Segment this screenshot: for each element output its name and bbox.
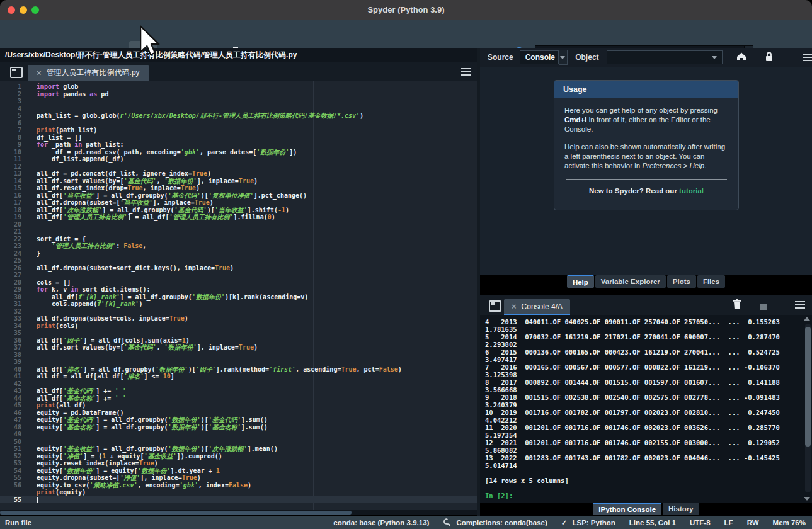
lock-icon[interactable]	[765, 52, 774, 64]
ipython-console[interactable]: 4 2013 040011.OF 040025.OF 090011.OF 257…	[480, 315, 812, 503]
code-line[interactable]: 24}	[0, 250, 477, 258]
console-tab[interactable]: × Console 4/A	[504, 299, 570, 315]
line-number: 55	[0, 474, 29, 482]
code-line[interactable]: 18all_df['次年涨跌幅'] = all_df.groupby('基金代码…	[0, 207, 477, 214]
code-line[interactable]: 49	[0, 431, 477, 438]
code-line[interactable]: 10 _df = pd.read_csv(_path, encoding='gb…	[0, 149, 477, 156]
tab-help[interactable]: Help	[567, 275, 594, 288]
code-line[interactable]: 11 df_list.append(_df)	[0, 156, 477, 163]
code-line[interactable]: 8df_list = []	[0, 134, 477, 142]
code-line[interactable]: 29for k, v in sort_dict.items():	[0, 286, 477, 293]
code-line[interactable]: 30 all_df[f'{k}_rank'] = all_df.groupby(…	[0, 293, 477, 301]
console-scrollbar[interactable]	[805, 324, 811, 492]
tab-plots[interactable]: Plots	[667, 275, 696, 288]
code-line[interactable]: 16all_df['当年收益'] = all_df.groupby('基金代码'…	[0, 192, 477, 200]
code-line[interactable]: 12	[0, 163, 477, 171]
scroll-up-arrow[interactable]	[804, 317, 810, 321]
tab-ipython-console[interactable]: IPython Console	[593, 503, 661, 515]
console-browse-tabs-icon[interactable]	[489, 300, 501, 312]
console-prompt[interactable]: In [2]:	[485, 492, 799, 499]
object-combo-input[interactable]	[607, 50, 723, 64]
lsp-status[interactable]: LSP: Python	[572, 519, 615, 526]
code-line[interactable]: 1import glob	[0, 83, 477, 91]
line-number: 4	[0, 105, 29, 113]
code-line[interactable]: 33all_df.dropna(subset=cols, inplace=Tru…	[0, 315, 477, 322]
code-line[interactable]: print(equity)	[0, 489, 477, 496]
code-line[interactable]: 2import pandas as pd	[0, 91, 477, 98]
code-line[interactable]: 46equity = pd.DataFrame()	[0, 409, 477, 417]
code-line[interactable]: 4	[0, 105, 477, 113]
scroll-down-arrow[interactable]	[804, 497, 810, 501]
code-line[interactable]: 15all_df.reset_index(drop=True, inplace=…	[0, 185, 477, 192]
conda-env-status[interactable]: conda: base (Python 3.9.13)	[333, 519, 429, 526]
code-line[interactable]: 23 '管理人员工持有比例': False,	[0, 242, 477, 250]
code-line[interactable]: 42	[0, 380, 477, 388]
tutorial-link[interactable]: tutorial	[679, 187, 704, 195]
line-number: 29	[0, 286, 29, 293]
code-line[interactable]: 3	[0, 98, 477, 105]
code-line[interactable]: 55	[0, 496, 477, 504]
editor-options-menu-icon[interactable]	[461, 68, 471, 76]
console-line: 5.197354	[485, 431, 799, 439]
code-line[interactable]: 56equity.to_csv('策略净值.csv', encoding='gb…	[0, 482, 477, 489]
completions-status[interactable]: Completions: conda(base)	[456, 519, 547, 526]
code-line[interactable]: 6	[0, 120, 477, 127]
source-combo-caret[interactable]	[559, 50, 568, 65]
code-line[interactable]: 51equity['基金收益'] = all_df.groupby('数据年份'…	[0, 445, 477, 453]
code-line[interactable]: 20	[0, 221, 477, 229]
close-tab-icon[interactable]: ×	[37, 68, 42, 77]
browse-tabs-icon[interactable]	[10, 67, 23, 78]
code-line[interactable]: 53equity.reset_index(inplace=True)	[0, 460, 477, 467]
code-line[interactable]: 7print(path_list)	[0, 127, 477, 134]
code-line[interactable]: 39	[0, 358, 477, 366]
code-line[interactable]: 54equity['数据年份'] = equity['数据年份'].dt.yea…	[0, 467, 477, 475]
code-line[interactable]: 17all_df.dropna(subset=['当年收益'], inplace…	[0, 199, 477, 207]
code-line[interactable]: 31 cols.append(f'{k}_rank')	[0, 300, 477, 308]
code-line[interactable]: 40all_df['排名'] = all_df.groupby('数据年份')[…	[0, 366, 477, 373]
code-line[interactable]: 43all_df['基金代码'] += ' '	[0, 387, 477, 395]
code-line[interactable]: 13all_df = pd.concat(df_list, ignore_ind…	[0, 170, 477, 178]
code-line[interactable]: 14all_df.sort_values(by=['基金代码', '数据年份']…	[0, 178, 477, 185]
console-scroll-thumb[interactable]	[805, 327, 811, 447]
editor-horizontal-scrollbar[interactable]	[0, 510, 477, 515]
code-line[interactable]: 50	[0, 438, 477, 446]
code-line[interactable]: 19all_df['管理人员工持有比例'] = all_df['管理人员工持有比…	[0, 213, 477, 221]
help-options-menu-icon[interactable]	[803, 54, 812, 61]
code-line[interactable]: 37all_df.sort_values(by=['基金代码', '数据年份']…	[0, 344, 477, 351]
code-line[interactable]: 48equity['基金名称'] = all_df.groupby('数据年份'…	[0, 424, 477, 431]
code-line[interactable]: 32	[0, 308, 477, 316]
code-line[interactable]: 5path_list = glob.glob(r'/Users/xbx/Desk…	[0, 112, 477, 120]
line-number: 44	[0, 395, 29, 402]
home-icon[interactable]	[736, 52, 746, 63]
code-line[interactable]: 21	[0, 228, 477, 236]
code-line[interactable]: 36all_df['因子'] = all_df[cols].sum(axis=1…	[0, 337, 477, 344]
code-line[interactable]: 35	[0, 329, 477, 337]
code-line[interactable]: 26all_df.dropna(subset=sort_dict.keys(),…	[0, 264, 477, 272]
code-line[interactable]: 27	[0, 271, 477, 279]
console-close-tab-icon[interactable]: ×	[512, 302, 517, 311]
code-line[interactable]: 47equity['基金代码'] = all_df.groupby('数据年份'…	[0, 416, 477, 424]
code-line[interactable]: 25	[0, 257, 477, 264]
code-line[interactable]: 9for _path in path_list:	[0, 141, 477, 149]
code-line[interactable]: 28cols = []	[0, 279, 477, 287]
code-line[interactable]: 45print(all_df)	[0, 402, 477, 409]
editor-hscroll-thumb[interactable]	[0, 511, 352, 515]
console-options-menu-icon[interactable]	[795, 301, 805, 309]
tab-history[interactable]: History	[663, 503, 699, 515]
code-line[interactable]: 55equity.dropna(subset=['净值'], inplace=T…	[0, 474, 477, 482]
code-line[interactable]: 38	[0, 351, 477, 359]
code-editor[interactable]: 1import glob2import pandas as pd345path_…	[0, 81, 477, 510]
code-line[interactable]: 22sort_dict = {	[0, 236, 477, 243]
console-line: 3.566668	[485, 386, 799, 394]
console-line: 3.497417	[485, 356, 799, 363]
code-line[interactable]: 41all_df = all_df[all_df['排名'] <= 10]	[0, 373, 477, 380]
remove-variables-trash-icon[interactable]	[732, 299, 742, 312]
code-line[interactable]: 34print(cols)	[0, 322, 477, 330]
editor-tab[interactable]: × 管理人员工持有比例代码.py	[28, 65, 149, 82]
tab-variable-explorer[interactable]: Variable Explorer	[595, 275, 666, 288]
code-line[interactable]: 52equity['净值'] = (1 + equity['基金收益']).cu…	[0, 453, 477, 460]
tab-files[interactable]: Files	[697, 275, 725, 288]
source-combo[interactable]: Console	[520, 50, 559, 64]
code-line[interactable]: 44all_df['基金名称'] += ' '	[0, 395, 477, 402]
console-line: 5.014714	[485, 462, 799, 469]
